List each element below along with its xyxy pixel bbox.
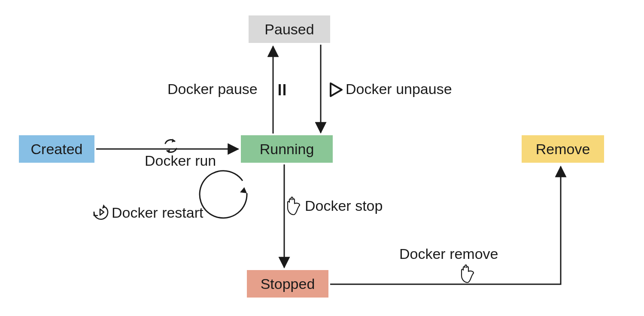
restart-icon <box>94 204 108 219</box>
arrow-restart-icon <box>200 171 247 218</box>
svg-marker-7 <box>331 83 342 96</box>
svg-rect-5 <box>283 84 286 95</box>
pause-icon <box>279 84 286 95</box>
state-paused-label: Paused <box>264 21 314 38</box>
transition-restart-label: Docker restart <box>112 204 204 221</box>
svg-marker-11 <box>100 209 104 215</box>
svg-marker-1 <box>172 139 175 143</box>
transition-remove-label: Docker remove <box>399 246 498 262</box>
transition-unpause-label: Docker unpause <box>346 81 452 97</box>
state-paused: Paused <box>249 15 330 43</box>
svg-marker-10 <box>102 204 106 209</box>
transition-stop-label: Docker stop <box>305 198 383 214</box>
state-running-label: Running <box>260 141 314 158</box>
hand-stop-icon <box>288 197 300 215</box>
arrow-remove-icon <box>330 167 561 284</box>
state-running: Running <box>241 135 333 163</box>
transition-pause-label: Docker pause <box>167 81 258 97</box>
svg-marker-9 <box>240 187 247 193</box>
svg-rect-4 <box>279 84 281 95</box>
play-icon <box>331 83 342 96</box>
state-created-label: Created <box>31 141 83 158</box>
state-remove-label: Remove <box>536 141 590 158</box>
state-stopped: Stopped <box>247 270 328 298</box>
transition-run-label: Docker run <box>145 152 216 169</box>
hand-remove-icon <box>462 265 474 283</box>
diagram-canvas: Created Running Paused Stopped Remove Do… <box>0 0 644 316</box>
cycle-icon <box>165 139 176 153</box>
state-created: Created <box>19 135 94 163</box>
state-remove: Remove <box>522 135 604 163</box>
state-stopped-label: Stopped <box>261 276 315 292</box>
